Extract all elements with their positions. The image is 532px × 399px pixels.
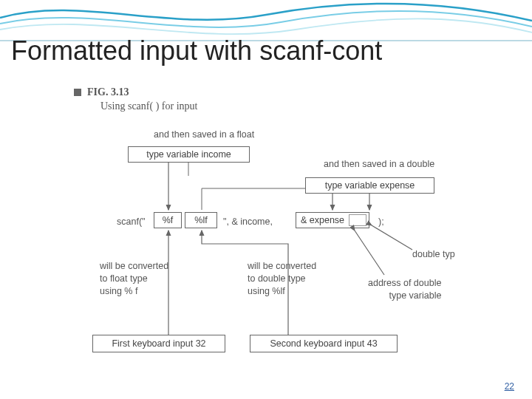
slide-title: Formatted input with scanf-cont — [11, 35, 382, 66]
scanf-mid: ", & income, — [223, 216, 273, 227]
box-second-keyboard-input: Second keyboard input 43 — [250, 335, 398, 352]
label-double-typ: double typ — [412, 249, 455, 259]
label-addr-double: address of double type variable — [368, 277, 441, 302]
box-type-variable-expense: type variable expense — [305, 177, 434, 194]
label-saved-float: and then saved in a float — [154, 129, 254, 140]
figure-caption-text: Using scanf( ) for input — [100, 100, 197, 112]
inner-expense-mark — [349, 214, 366, 226]
scanf-close: ); — [378, 216, 384, 227]
figure-caption-id: FIG. 3.13 — [87, 86, 129, 98]
label-saved-double: and then saved in a double — [324, 159, 434, 169]
slide: Formatted input with scanf-cont FIG. 3.1… — [0, 0, 532, 399]
box-type-variable-income: type variable income — [128, 146, 250, 163]
box-fmt-lf: %lf — [185, 212, 217, 228]
box-fmt-f: %f — [154, 212, 182, 228]
label-conv-float: will be converted to float type using % … — [100, 260, 168, 298]
svg-line-5 — [372, 225, 412, 250]
scanf-open: scanf(" — [117, 216, 145, 227]
diagram-stage: and then saved in a float type variable … — [59, 118, 502, 384]
figure-bullet-icon — [74, 89, 81, 96]
label-conv-double: will be converted to double type using %… — [248, 260, 316, 298]
page-number: 22 — [505, 381, 514, 392]
box-first-keyboard-input: First keyboard input 32 — [92, 335, 225, 352]
svg-line-6 — [355, 231, 384, 275]
